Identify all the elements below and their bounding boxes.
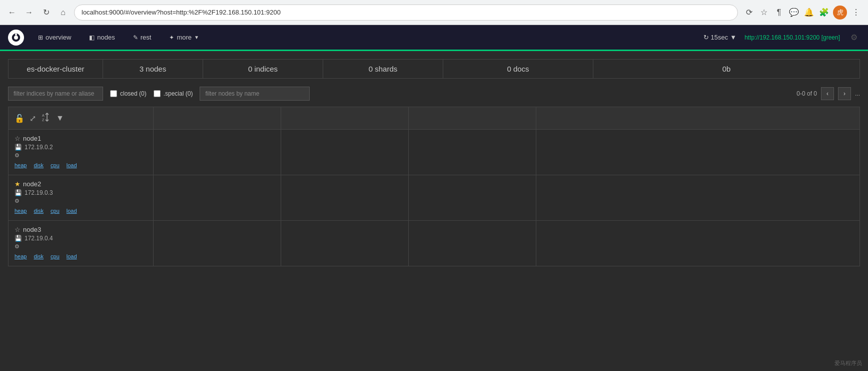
next-page-button[interactable]: ›	[838, 87, 851, 100]
rest-icon: ✎	[133, 34, 138, 41]
home-button[interactable]: ⌂	[57, 7, 69, 19]
table-row: ☆ node1 💾 172.19.0.2 ⚙ heap disk	[9, 130, 860, 175]
cluster-name-stat: es-docker-cluster	[8, 59, 103, 79]
node3-star-icon[interactable]: ☆	[15, 226, 21, 233]
dropdown-icon[interactable]: ▼	[56, 114, 64, 123]
special-checkbox-label[interactable]: .special (0)	[154, 90, 193, 97]
node1-ip: 172.19.0.2	[25, 144, 53, 151]
avatar-icon[interactable]: 虎	[833, 6, 847, 20]
filter-nodes-input[interactable]	[200, 87, 310, 101]
nodes-count: 3	[140, 65, 144, 73]
expand-icon[interactable]: ⤢	[30, 114, 36, 123]
node1-name-row: ☆ node1	[15, 135, 147, 142]
watermark-text: 爱马程序员	[834, 360, 862, 366]
overview-icon: ⊞	[38, 34, 43, 41]
node2-star-icon[interactable]: ★	[15, 180, 21, 188]
extension-icon[interactable]: 🔔	[803, 7, 815, 19]
node1-cpu-btn[interactable]: cpu	[51, 162, 63, 169]
node1-cell: ☆ node1 💾 172.19.0.2 ⚙ heap disk	[9, 130, 154, 175]
node3-info: ☆ node3 💾 172.19.0.4 ⚙ heap disk	[9, 221, 153, 266]
docs-count: 0	[507, 65, 511, 73]
app-logo[interactable]	[8, 30, 24, 46]
app-header: ⊞ overview ◧ nodes ✎ rest ✦ more ▼ ↻ 15s…	[0, 25, 868, 51]
node2-cell: ★ node2 💾 172.19.0.3 ⚙ heap disk	[9, 175, 154, 221]
node3-disk-btn[interactable]: disk	[34, 253, 47, 260]
nav-rest[interactable]: ✎ rest	[129, 32, 156, 43]
bookmark-icon[interactable]: ☆	[758, 7, 770, 19]
more-pages-indicator: ...	[855, 90, 860, 97]
hdd-icon: 💾	[15, 144, 22, 151]
node1-col4	[409, 130, 536, 175]
node3-metrics: heap disk cpu load	[15, 253, 147, 260]
sort-az-icon[interactable]: A Z	[41, 112, 51, 124]
more-icon: ✦	[169, 34, 174, 41]
filter-indices-input[interactable]	[8, 87, 103, 101]
node3-col2	[154, 221, 281, 266]
closed-checkbox-label[interactable]: closed (0)	[110, 90, 147, 97]
node1-disk-btn[interactable]: disk	[34, 162, 47, 169]
nav-overview[interactable]: ⊞ overview	[34, 32, 75, 43]
indices-count: 0	[248, 65, 252, 73]
nav-more[interactable]: ✦ more ▼	[165, 32, 203, 43]
browser-actions: ⟳ ☆ ¶ 💬 🔔 🧩 虎 ⋮	[743, 6, 862, 20]
reload-button[interactable]: ↻	[40, 7, 52, 19]
node2-disk-btn[interactable]: disk	[34, 207, 47, 214]
size-value: 0b	[722, 65, 731, 73]
refresh-button[interactable]: ↻ 15sec ▼	[703, 34, 737, 41]
node1-heap-btn[interactable]: heap	[15, 162, 30, 169]
settings-icon[interactable]: ⚙	[848, 32, 860, 44]
server-url-text: http://192.168.150.101:9200	[744, 34, 819, 41]
wrench2-icon: ⚙	[15, 198, 20, 204]
address-bar[interactable]: localhost:9000/#/overview?host=http:%2F%…	[74, 5, 738, 21]
forward-button[interactable]: →	[23, 7, 35, 19]
server-status: http://192.168.150.101:9200 [green]	[744, 34, 840, 41]
closed-label: closed (0)	[120, 90, 147, 97]
node1-metrics: heap disk cpu load	[15, 162, 147, 169]
node2-ip: 172.19.0.3	[25, 189, 53, 196]
table-header-col-3	[281, 107, 409, 130]
node2-load-btn[interactable]: load	[67, 207, 80, 214]
wrench3-icon: ⚙	[15, 243, 20, 249]
node3-cpu-btn[interactable]: cpu	[51, 253, 63, 260]
lock-icon[interactable]: 🔓	[15, 114, 25, 123]
chat-icon[interactable]: 💬	[788, 7, 800, 19]
node2-cpu-btn[interactable]: cpu	[51, 207, 63, 214]
shards-count: 0	[369, 65, 373, 73]
node2-heap-btn[interactable]: heap	[15, 207, 30, 214]
watermark: 爱马程序员	[834, 359, 862, 367]
svg-text:A: A	[42, 114, 45, 117]
nodes-stat: 3 nodes	[103, 59, 203, 79]
special-label: .special (0)	[164, 90, 193, 97]
nodes-label: nodes	[146, 65, 166, 73]
refresh-icon: ↻	[703, 34, 709, 41]
special-checkbox[interactable]	[154, 90, 161, 97]
nodes-icon: ◧	[89, 34, 95, 41]
refresh-dropdown-icon: ▼	[730, 34, 736, 41]
node1-star-icon[interactable]: ☆	[15, 135, 21, 142]
node1-col3	[281, 130, 409, 175]
menu-icon[interactable]: ⋮	[850, 7, 862, 19]
node3-heap-btn[interactable]: heap	[15, 253, 30, 260]
node3-load-btn[interactable]: load	[67, 253, 80, 260]
prev-page-button[interactable]: ‹	[821, 87, 834, 100]
docs-label: docs	[513, 65, 529, 73]
pagination-text: 0-0 of 0	[796, 90, 817, 97]
reader-icon[interactable]: ¶	[773, 7, 785, 19]
nav-more-label: more	[177, 34, 192, 41]
translate-icon[interactable]: ⟳	[743, 7, 755, 19]
cluster-name-value: es-docker-cluster	[27, 65, 84, 73]
node1-ip-row: 💾 172.19.0.2	[15, 144, 147, 151]
main-table: 🔓 ⤢ A Z ▼	[8, 107, 860, 266]
node2-col2	[154, 175, 281, 221]
back-button[interactable]: ←	[6, 7, 18, 19]
more-dropdown-icon: ▼	[194, 35, 199, 40]
table-row: ★ node2 💾 172.19.0.3 ⚙ heap disk	[9, 175, 860, 221]
puzzle-icon[interactable]: 🧩	[818, 7, 830, 19]
node1-load-btn[interactable]: load	[67, 162, 80, 169]
table-header-node-col: 🔓 ⤢ A Z ▼	[9, 107, 154, 130]
closed-checkbox[interactable]	[110, 90, 117, 97]
nav-nodes[interactable]: ◧ nodes	[85, 32, 119, 43]
node2-col4	[409, 175, 536, 221]
browser-chrome: ← → ↻ ⌂ localhost:9000/#/overview?host=h…	[0, 0, 868, 25]
node2-name-row: ★ node2	[15, 180, 147, 188]
